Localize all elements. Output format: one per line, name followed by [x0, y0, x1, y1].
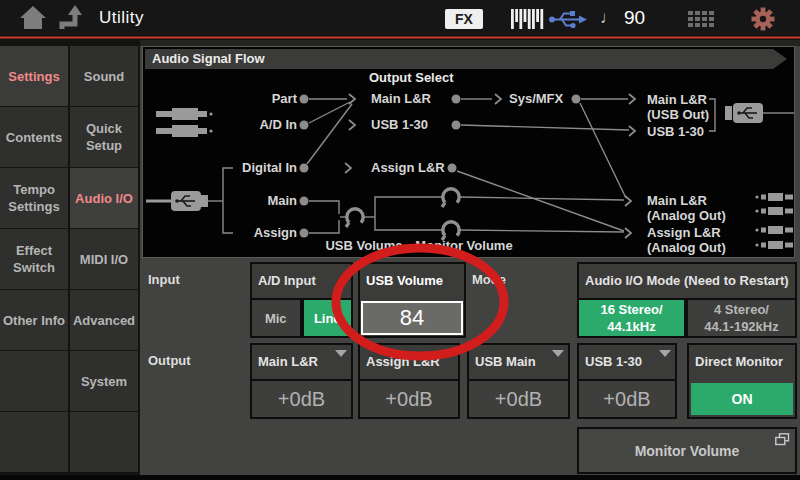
sidebar-cell-empty [0, 412, 68, 472]
sidebar-item-contents[interactable]: Contents [0, 107, 68, 167]
ad-input-mic-button[interactable]: Mic [250, 298, 302, 338]
sidebar-item-settings[interactable]: Settings [0, 46, 68, 106]
audio-io-mode-cell: Audio I/O Mode (Need to Restart) 16 Ster… [577, 262, 797, 338]
sidebar-item-effect-switch[interactable]: Effect Switch [0, 229, 68, 289]
sidebar: Settings Contents Tempo Settings Effect … [0, 40, 140, 480]
sidebar-cell-empty [0, 351, 68, 411]
modx-utility-screen: Utility FX ♩ 90 Settings Contents Tempo … [0, 0, 800, 480]
audio-io-mode-header: Audio I/O Mode (Need to Restart) [579, 264, 795, 298]
sidebar-item-tempo-settings[interactable]: Tempo Settings [0, 168, 68, 228]
usb-volume-cell: USB Volume 84 [358, 262, 466, 338]
flow-monitor-volume-label: Monitor Volume [407, 238, 521, 254]
direct-monitor-header: Direct Monitor [689, 345, 795, 379]
ad-input-cell: A/D Input Mic Line [250, 262, 353, 338]
output-row-label: Output [148, 353, 191, 368]
tempo-value[interactable]: 90 [624, 7, 645, 29]
usb-connected-icon [549, 11, 587, 28]
flow-src-main: Main [163, 193, 297, 209]
page-title: Utility [99, 8, 144, 28]
sidebar-item-quick-setup[interactable]: Quick Setup [70, 107, 138, 167]
flow-analog-assign-sub: (Analog Out) [647, 240, 726, 256]
usb-volume-header: USB Volume [360, 264, 464, 298]
flow-analog-assign: Assign L&R [647, 225, 721, 241]
keyboard-icon[interactable] [511, 9, 543, 29]
mode-label: Mode [472, 272, 506, 287]
sidebar-item-advanced[interactable]: Advanced [70, 290, 138, 350]
flow-usbout-sub: (USB Out) [647, 107, 709, 123]
flow-sysmfx: Sys/MFX [509, 91, 563, 107]
ad-input-line-button[interactable]: Line [302, 298, 354, 338]
popup-window-icon [775, 433, 790, 446]
output-usb130-header[interactable]: USB 1-30 [579, 345, 675, 379]
output-assignlr-value[interactable]: +0dB [358, 379, 460, 419]
output-select-label: Output Select [369, 70, 454, 86]
output-mainlr-header[interactable]: Main L&R [252, 345, 351, 379]
grid-icon[interactable] [688, 11, 714, 27]
flow-src-assign: Assign [163, 225, 297, 241]
flow-usbout-mainlr: Main L&R [647, 92, 707, 108]
sidebar-item-midi-io[interactable]: MIDI I/O [70, 229, 138, 289]
output-assignlr-cell: Assign L&R +0dB [358, 343, 460, 419]
output-usb130-cell: USB 1-30 +0dB [577, 343, 677, 419]
output-mainlr-value[interactable]: +0dB [250, 379, 353, 419]
audio-io-mode-16stereo-button[interactable]: 16 Stereo/ 44.1kHz [577, 298, 686, 338]
bottom-bezel [0, 475, 800, 480]
monitor-volume-button[interactable]: Monitor Volume [577, 427, 797, 474]
tempo-note-icon: ♩ [600, 8, 617, 28]
flow-analog-main: Main L&R [647, 193, 707, 209]
usb-plug-out-icon [725, 103, 763, 123]
top-bar: Utility FX ♩ 90 [0, 0, 800, 36]
dropdown-icon [659, 350, 671, 357]
sidebar-item-other-info[interactable]: Other Info [0, 290, 68, 350]
flow-src-digitalin: Digital In [163, 160, 297, 176]
flow-out-usb130: USB 1-30 [371, 117, 428, 133]
output-mainlr-cell: Main L&R +0dB [250, 343, 353, 419]
audio-io-mode-4stereo-button[interactable]: 4 Stereo/ 44.1-192kHz [686, 298, 797, 338]
direct-monitor-on-button[interactable]: ON [691, 383, 793, 415]
flow-out-mainlr: Main L&R [371, 91, 431, 107]
dropdown-icon [442, 350, 454, 357]
sidebar-item-audio-io[interactable]: Audio I/O [70, 168, 138, 228]
output-assignlr-header[interactable]: Assign L&R [360, 345, 458, 379]
flow-src-part: Part [163, 91, 297, 107]
direct-monitor-cell: Direct Monitor ON [687, 343, 797, 419]
output-usbmain-value[interactable]: +0dB [467, 379, 570, 419]
output-usbmain-cell: USB Main +0dB [467, 343, 570, 419]
flow-usbout-usb130: USB 1-30 [647, 124, 704, 140]
sidebar-item-sound[interactable]: Sound [70, 46, 138, 106]
sidebar-item-system[interactable]: System [70, 351, 138, 411]
analog-out-jack-icons [755, 193, 793, 249]
dropdown-icon [552, 350, 564, 357]
red-divider-line [0, 36, 800, 39]
ad-input-header: A/D Input [252, 264, 351, 298]
flow-usb-volume-label: USB Volume [318, 238, 410, 254]
home-icon[interactable] [20, 6, 46, 29]
dropdown-icon [335, 350, 347, 357]
input-row-label: Input [148, 272, 180, 287]
settings-gear-icon[interactable] [752, 8, 775, 31]
output-usbmain-header[interactable]: USB Main [469, 345, 568, 379]
usb-volume-value[interactable]: 84 [361, 301, 463, 335]
audio-signal-flow-panel: Audio Signal Flow [142, 46, 795, 258]
flow-out-assignlr: Assign L&R [371, 160, 445, 176]
flow-analog-main-sub: (Analog Out) [647, 208, 726, 224]
flow-src-adin: A/D In [163, 117, 297, 133]
fx-badge[interactable]: FX [445, 9, 483, 29]
exit-up-icon[interactable] [62, 5, 82, 29]
sidebar-cell-empty [70, 412, 138, 472]
output-usb130-value[interactable]: +0dB [577, 379, 677, 419]
